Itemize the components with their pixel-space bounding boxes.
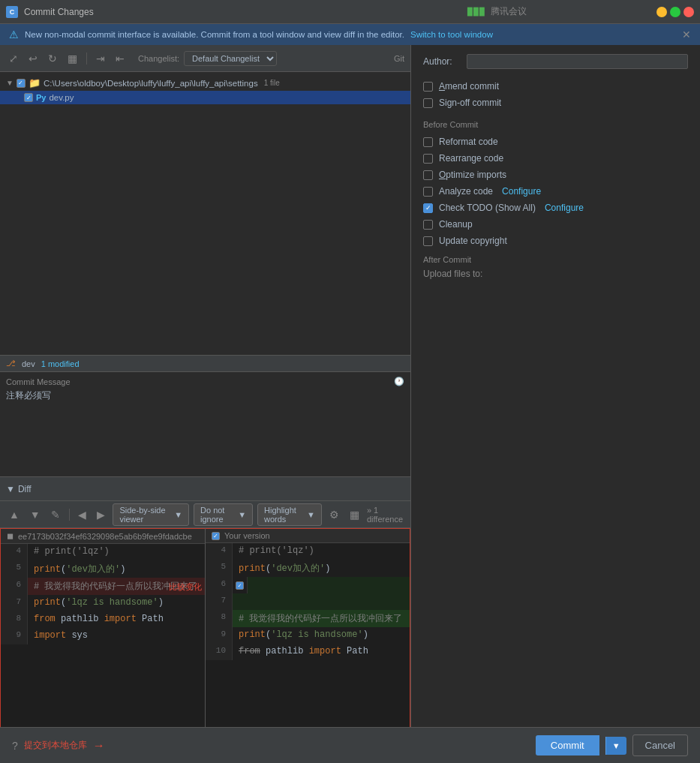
diff-title: Diff xyxy=(18,484,32,494)
diff-line-left-7: 7 print('lqz is handsome') xyxy=(1,595,205,611)
separator xyxy=(69,509,70,521)
signoff-checkbox[interactable] xyxy=(423,98,433,108)
diff-line-right-4: 4 # print('lqz') xyxy=(206,543,410,560)
diff-settings-icon[interactable]: ⚙ xyxy=(326,507,342,522)
diff-nav-down-icon[interactable]: ▼ xyxy=(27,507,44,522)
line-content: import sys xyxy=(28,628,205,644)
diff-line-right-6: 6 ✓ xyxy=(206,577,410,593)
collapse-icon[interactable]: ⇤ xyxy=(113,51,128,66)
cancel-button[interactable]: Cancel xyxy=(632,734,688,756)
branch-bar: ⎇ dev 1 modified xyxy=(0,355,410,371)
refresh-icon[interactable]: ↻ xyxy=(45,51,60,66)
rearrange-checkbox[interactable] xyxy=(423,154,433,164)
window-controls xyxy=(656,7,694,17)
commit-button[interactable]: Commit xyxy=(536,735,599,755)
diff-section: ▼ Diff ▲ ▼ ✎ ◀ ▶ Side-by-side viewer ▼ D… xyxy=(0,476,410,761)
help-button[interactable]: ? xyxy=(12,740,18,752)
before-commit-title: Before Commit xyxy=(423,120,688,129)
diff-toolbar: ▲ ▼ ✎ ◀ ▶ Side-by-side viewer ▼ Do not i… xyxy=(0,501,410,528)
expand-icon[interactable]: ⇥ xyxy=(93,51,108,66)
reformat-checkbox[interactable] xyxy=(423,137,433,147)
undo-icon[interactable]: ↩ xyxy=(26,51,41,66)
diff-edit-icon[interactable]: ✎ xyxy=(48,507,63,522)
close-button[interactable] xyxy=(683,7,694,17)
diff-right-checkbox[interactable]: ✓ xyxy=(212,532,220,540)
check-todo-configure-link[interactable]: Configure xyxy=(545,203,584,213)
changelist-select[interactable]: Default Changelist xyxy=(184,51,277,66)
side-by-side-viewer-button[interactable]: Side-by-side viewer ▼ xyxy=(113,503,189,526)
ignore-button[interactable]: Do not ignore ▼ xyxy=(194,503,253,526)
minimize-button[interactable] xyxy=(656,7,667,17)
line-content: print('dev加入的') xyxy=(28,560,205,578)
diff-collapse-icon: ▼ xyxy=(6,484,15,494)
author-label: Author: xyxy=(423,56,461,67)
title-bar: C Commit Changes ▉▉▉ 腾讯会议 xyxy=(0,0,700,24)
separator xyxy=(86,53,87,65)
diff-line-right-8: 8 # 我觉得我的代码好一点所以我冲回来了 xyxy=(206,610,410,627)
analyze-configure-link[interactable]: Configure xyxy=(502,186,541,197)
file-name: dev.py xyxy=(49,93,74,102)
line-content: from pathlib import Path xyxy=(28,611,205,628)
move-icon[interactable]: ⤢ xyxy=(6,51,21,66)
commit-message-input[interactable]: 注释必须写 xyxy=(6,389,404,472)
diff-title-toggle[interactable]: ▼ Diff xyxy=(6,484,32,494)
switch-to-tool-window-link[interactable]: Switch to tool window xyxy=(410,30,493,39)
author-input[interactable] xyxy=(467,54,688,69)
check-todo-checkbox[interactable]: ✓ xyxy=(423,203,433,213)
line-num: 7 xyxy=(1,595,28,611)
file-checkbox[interactable]: ✓ xyxy=(24,93,33,102)
group-icon[interactable]: ▦ xyxy=(65,51,80,66)
optimize-row: Optimize imports xyxy=(423,167,688,183)
line-num: 5 xyxy=(1,560,28,578)
highlight-words-button[interactable]: Highlight words ▼ xyxy=(257,503,322,526)
diff-line-left-5: 5 print('dev加入的') xyxy=(1,560,205,578)
line-content xyxy=(233,593,410,610)
info-message: New non-modal commit interface is availa… xyxy=(25,30,404,39)
diff-view-toggle-icon[interactable]: ▦ xyxy=(347,507,362,522)
amend-checkbox[interactable] xyxy=(423,82,433,92)
ignore-dropdown-icon: ▼ xyxy=(238,510,246,519)
analyze-checkbox[interactable] xyxy=(423,187,433,197)
line-num: 6 xyxy=(1,578,28,595)
git-label: Git xyxy=(394,54,404,63)
diff-prev-icon[interactable]: ◀ xyxy=(75,507,89,522)
update-copyright-row: Update copyright xyxy=(423,233,688,249)
optimize-checkbox[interactable] xyxy=(423,170,433,180)
commit-dropdown-button[interactable]: ▼ xyxy=(605,737,626,755)
diff-left-file-icon: ◼ xyxy=(7,531,14,541)
line-num: 8 xyxy=(206,610,233,627)
diff-line-right-10: 10 from pathlib import Path xyxy=(206,644,410,660)
line-num: 7 xyxy=(206,593,233,610)
inline-cb[interactable]: ✓ xyxy=(236,581,244,590)
line-content: print('lqz is handsome') xyxy=(233,627,410,644)
tree-folder-item[interactable]: ▼ ✓ 📁 C:\Users\oldboy\Desktop\luffy\luff… xyxy=(0,75,410,91)
folder-checkbox[interactable]: ✓ xyxy=(17,79,26,88)
update-copyright-checkbox[interactable] xyxy=(423,236,433,246)
tree-file-item[interactable]: ✓ Py dev.py xyxy=(0,91,410,104)
highlight-label: Highlight words xyxy=(264,506,304,524)
maximize-button[interactable] xyxy=(670,7,680,17)
py-file-icon: Py xyxy=(36,93,46,102)
cleanup-row: Cleanup xyxy=(423,216,688,233)
diff-inline-checkbox[interactable]: ✓ xyxy=(233,577,248,593)
os-title-bar: ▉▉▉ 腾讯会议 xyxy=(341,5,657,18)
diff-next-icon[interactable]: ▶ xyxy=(94,507,108,522)
modified-count[interactable]: 1 modified xyxy=(41,359,80,368)
signoff-commit-row: Sign-off commit xyxy=(423,95,688,111)
branch-name: dev xyxy=(22,359,35,368)
ignore-label: Do not ignore xyxy=(200,506,235,524)
line-content: from pathlib import Path xyxy=(233,644,410,660)
signoff-label: Sign-off commit xyxy=(439,98,501,108)
expand-triangle: ▼ xyxy=(6,79,14,87)
clock-icon[interactable]: 🕐 xyxy=(394,377,404,386)
line-content xyxy=(248,577,410,593)
info-close-button[interactable]: ✕ xyxy=(682,29,691,41)
viewer-label: Side-by-side viewer xyxy=(119,506,171,524)
diff-line-right-7: 7 xyxy=(206,593,410,610)
upload-label: Upload files to: xyxy=(423,269,482,279)
diff-line-left-4: 4 # print('lqz') xyxy=(1,544,205,560)
diff-line-right-5: 5 print('dev加入的') xyxy=(206,560,410,577)
file-tree: ▼ ✓ 📁 C:\Users\oldboy\Desktop\luffy\luff… xyxy=(0,72,410,355)
diff-nav-up-icon[interactable]: ▲ xyxy=(6,507,23,522)
cleanup-checkbox[interactable] xyxy=(423,220,433,230)
